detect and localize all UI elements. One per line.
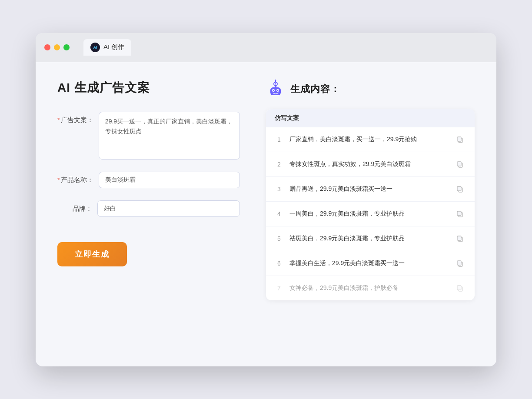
row-number: 5 bbox=[275, 235, 283, 242]
copy-icon[interactable] bbox=[454, 257, 466, 269]
svg-rect-20 bbox=[457, 236, 461, 240]
ad-copy-group: 广告文案： bbox=[57, 112, 240, 160]
page-title: AI 生成广告文案 bbox=[57, 80, 240, 96]
copy-icon[interactable] bbox=[454, 183, 466, 195]
row-number: 1 bbox=[275, 136, 283, 143]
product-name-group: 产品名称： bbox=[57, 172, 240, 188]
row-text: 女神必备，29.9元美白淡斑霜，护肤必备 bbox=[289, 283, 448, 293]
minimize-button[interactable] bbox=[54, 44, 60, 50]
row-text: 赠品再送，29.9元美白淡斑霜买一送一 bbox=[289, 184, 448, 193]
right-title: 生成内容： bbox=[290, 83, 340, 96]
svg-rect-12 bbox=[457, 137, 461, 141]
close-button[interactable] bbox=[44, 44, 50, 50]
row-number: 4 bbox=[275, 210, 283, 217]
robot-icon bbox=[266, 80, 285, 99]
copy-icon[interactable] bbox=[454, 208, 466, 220]
main-content: AI 生成广告文案 广告文案： 产品名称： 品牌： 立即生成 bbox=[36, 62, 496, 366]
row-text: 掌握美白生活，29.9元美白淡斑霜买一送一 bbox=[289, 259, 448, 268]
tab-label: AI 创作 bbox=[103, 43, 124, 51]
row-number: 7 bbox=[275, 285, 283, 292]
table-row: 7女神必备，29.9元美白淡斑霜，护肤必备 bbox=[266, 276, 475, 300]
row-number: 6 bbox=[275, 260, 283, 267]
browser-window: AI AI 创作 AI 生成广告文案 广告文案： 产品名称： 品牌： bbox=[36, 33, 496, 366]
table-row: 5祛斑美白，29.9元美白淡斑霜，专业护肤品 bbox=[266, 226, 475, 251]
result-rows: 1厂家直销，美白淡斑霜，买一送一，29.9元抢购2专抹女性斑点，真实功效，29.… bbox=[266, 127, 475, 300]
svg-rect-10 bbox=[275, 86, 276, 88]
row-text: 厂家直销，美白淡斑霜，买一送一，29.9元抢购 bbox=[289, 135, 448, 144]
table-row: 4一周美白，29.9元美白淡斑霜，专业护肤品 bbox=[266, 202, 475, 226]
svg-rect-18 bbox=[457, 211, 461, 216]
title-bar: AI AI 创作 bbox=[36, 33, 496, 62]
svg-point-8 bbox=[273, 90, 274, 91]
maximize-button[interactable] bbox=[63, 44, 70, 50]
product-name-input[interactable] bbox=[99, 172, 240, 188]
table-row: 6掌握美白生活，29.9元美白淡斑霜买一送一 bbox=[266, 251, 475, 276]
brand-input[interactable] bbox=[97, 200, 240, 217]
tab-icon: AI bbox=[90, 43, 100, 52]
generate-button[interactable]: 立即生成 bbox=[57, 242, 127, 266]
table-row: 1厂家直销，美白淡斑霜，买一送一，29.9元抢购 bbox=[266, 127, 475, 152]
copy-icon[interactable] bbox=[454, 282, 466, 294]
svg-rect-22 bbox=[457, 261, 461, 265]
result-table: 仿写文案 1厂家直销，美白淡斑霜，买一送一，29.9元抢购2专抹女性斑点，真实功… bbox=[266, 109, 475, 300]
svg-point-2 bbox=[275, 83, 276, 84]
svg-rect-14 bbox=[457, 162, 461, 166]
left-panel: AI 生成广告文案 广告文案： 产品名称： 品牌： 立即生成 bbox=[57, 80, 240, 349]
row-number: 2 bbox=[275, 161, 283, 168]
row-text: 一周美白，29.9元美白淡斑霜，专业护肤品 bbox=[289, 209, 448, 218]
brand-label: 品牌： bbox=[57, 200, 92, 213]
svg-point-4 bbox=[275, 80, 276, 81]
row-number: 3 bbox=[275, 186, 283, 193]
brand-group: 品牌： bbox=[57, 200, 240, 217]
right-header: 生成内容： bbox=[266, 80, 475, 99]
svg-point-9 bbox=[277, 90, 279, 91]
copy-icon[interactable] bbox=[454, 158, 466, 170]
result-table-header: 仿写文案 bbox=[266, 109, 475, 127]
table-row: 3赠品再送，29.9元美白淡斑霜买一送一 bbox=[266, 177, 475, 202]
table-row: 2专抹女性斑点，真实功效，29.9元美白淡斑霜 bbox=[266, 152, 475, 177]
traffic-lights bbox=[44, 44, 70, 50]
svg-rect-24 bbox=[457, 286, 461, 290]
product-name-label: 产品名称： bbox=[57, 172, 93, 184]
row-text: 专抹女性斑点，真实功效，29.9元美白淡斑霜 bbox=[289, 160, 448, 169]
svg-rect-16 bbox=[457, 186, 461, 191]
copy-icon[interactable] bbox=[454, 233, 466, 245]
right-panel: 生成内容： 仿写文案 1厂家直销，美白淡斑霜，买一送一，29.9元抢购2专抹女性… bbox=[266, 80, 475, 349]
ad-copy-label: 广告文案： bbox=[57, 112, 93, 124]
ai-tab[interactable]: AI AI 创作 bbox=[83, 39, 131, 56]
ad-copy-input[interactable] bbox=[99, 112, 240, 160]
row-text: 祛斑美白，29.9元美白淡斑霜，专业护肤品 bbox=[289, 234, 448, 243]
copy-icon[interactable] bbox=[454, 133, 466, 146]
